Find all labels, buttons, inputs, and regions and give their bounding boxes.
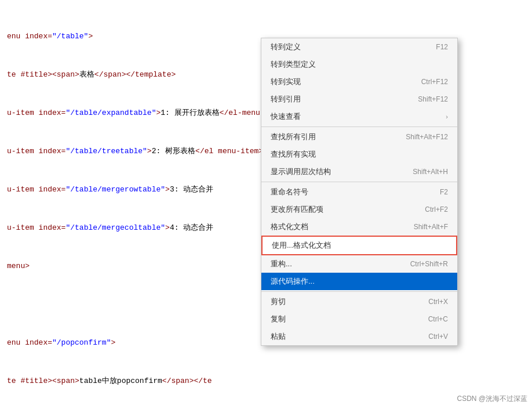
menu-item-shortcut: Ctrl+F2 (425, 205, 448, 214)
watermark-text: CSDN @洸海不过深蓝 (457, 395, 527, 403)
menu-item-label: 格式化文档 (271, 222, 308, 232)
code-line: te #title><span>table中放popconfirm</span>… (7, 375, 525, 388)
menu-item-label: 转到引用 (271, 94, 301, 104)
menu-item-shortcut: Shift+Alt+F (414, 223, 448, 231)
menu-item-label: 快速查看 (271, 111, 301, 122)
menu-item-label: 复制 (271, 314, 286, 324)
menu-item-label: 转到实现 (271, 77, 301, 87)
menu-separator-1 (261, 126, 457, 127)
chevron-right-icon: › (446, 113, 448, 120)
menu-item-copy[interactable]: 复制 Ctrl+C (261, 310, 457, 328)
menu-item-shortcut: Shift+Alt+H (413, 168, 448, 176)
menu-item-label: 使用...格式化文档 (272, 240, 331, 251)
menu-item-goto-type-def[interactable]: 转到类型定义 (261, 56, 457, 73)
menu-item-shortcut: Ctrl+F12 (421, 78, 448, 86)
menu-item-label: 源代码操作... (271, 276, 315, 287)
menu-item-label: 重命名符号 (271, 187, 308, 197)
menu-item-label: 查找所有引用 (271, 132, 316, 142)
menu-item-shortcut: Ctrl+V (428, 332, 448, 341)
menu-separator-3 (261, 291, 457, 292)
menu-item-shortcut: Shift+Alt+F12 (406, 133, 448, 141)
menu-item-shortcut: F2 (440, 188, 448, 196)
menu-separator-2 (261, 182, 457, 182)
menu-item-format-doc[interactable]: 格式化文档 Shift+Alt+F (261, 218, 457, 236)
menu-item-label: 更改所有匹配项 (271, 204, 323, 215)
menu-item-shortcut: Shift+F12 (418, 95, 448, 103)
menu-item-refactor[interactable]: 重构... Ctrl+Shift+R (261, 255, 457, 273)
watermark: CSDN @洸海不过深蓝 (457, 394, 527, 404)
menu-item-shortcut: F12 (436, 43, 448, 51)
menu-item-cut[interactable]: 剪切 Ctrl+X (261, 293, 457, 310)
menu-item-format-with[interactable]: 使用...格式化文档 (261, 236, 457, 255)
menu-item-paste[interactable]: 粘贴 Ctrl+V (261, 328, 457, 345)
menu-item-label: 显示调用层次结构 (271, 167, 331, 177)
menu-item-shortcut: Ctrl+C (428, 315, 448, 323)
menu-item-label: 转到定义 (271, 42, 301, 52)
menu-item-goto-def[interactable]: 转到定义 F12 (261, 38, 457, 56)
menu-item-show-call-hierarchy[interactable]: 显示调用层次结构 Shift+Alt+H (261, 163, 457, 180)
menu-item-label: 转到类型定义 (271, 59, 316, 70)
menu-item-label: 查找所有实现 (271, 149, 316, 160)
menu-item-source-action[interactable]: 源代码操作... (261, 273, 457, 290)
menu-item-shortcut: Ctrl+X (428, 298, 448, 306)
menu-item-rename-symbol[interactable]: 重命名符号 F2 (261, 183, 457, 201)
menu-item-label: 剪切 (271, 296, 286, 307)
context-menu: 转到定义 F12 转到类型定义 转到实现 Ctrl+F12 转到引用 Shift… (261, 38, 458, 346)
menu-item-label: 粘贴 (271, 331, 286, 342)
menu-item-goto-ref[interactable]: 转到引用 Shift+F12 (261, 91, 457, 108)
menu-item-change-all-occurrences[interactable]: 更改所有匹配项 Ctrl+F2 (261, 201, 457, 218)
menu-item-goto-impl[interactable]: 转到实现 Ctrl+F12 (261, 73, 457, 91)
code-editor: enu index="/table"> te #title><span>表格</… (0, 0, 532, 405)
menu-item-label: 重构... (271, 259, 292, 269)
menu-item-find-all-refs[interactable]: 查找所有引用 Shift+Alt+F12 (261, 128, 457, 146)
menu-item-shortcut: Ctrl+Shift+R (410, 260, 448, 268)
menu-item-quick-view[interactable]: 快速查看 › (261, 108, 457, 125)
menu-item-find-all-impl[interactable]: 查找所有实现 (261, 146, 457, 163)
